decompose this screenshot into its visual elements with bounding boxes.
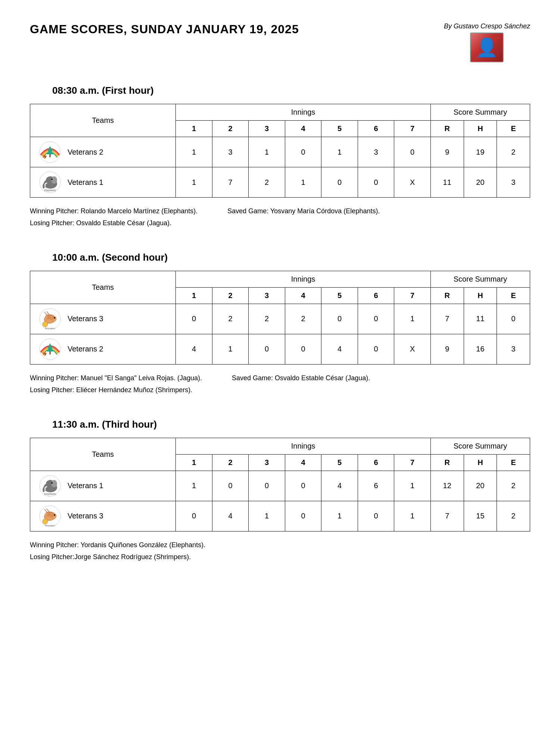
team-name: Veterans 3	[68, 512, 103, 520]
svg-text:🦅: 🦅	[43, 155, 47, 159]
inning-6-header: 6	[358, 121, 394, 137]
inning-4-value: 0	[285, 334, 321, 364]
author-section: By Gustavo Crespo Sánchez	[444, 22, 530, 62]
saved-game: Saved Game: Yosvany María Córdova (Eleph…	[227, 205, 380, 217]
svg-text:Elephants: Elephants	[44, 493, 56, 496]
svg-rect-3	[49, 154, 51, 157]
innings-header: Innings	[176, 271, 431, 287]
team-name: Veterans 2	[68, 148, 103, 156]
e-header: E	[497, 287, 530, 304]
inning-5-value: 1	[321, 501, 358, 531]
svg-rect-21	[49, 351, 51, 354]
inning-6-value: 3	[358, 137, 394, 167]
game-section-3: 11:30 a.m. (Third hour) Teams Innings Sc…	[30, 419, 530, 563]
team-row-1: Shrimpers Veterans 3 0222001 7 11 0	[30, 304, 530, 334]
author-photo-image	[471, 33, 503, 62]
game-section-2: 10:00 a.m. (Second hour) Teams Innings S…	[30, 252, 530, 396]
games-container: 08:30 a.m. (First hour) Teams Innings Sc…	[30, 85, 530, 563]
team-row-2: 🦅 Veterans 2 410040X 9 16 3	[30, 334, 530, 364]
inning-3-value: 0	[249, 334, 285, 364]
e-value: 2	[497, 501, 530, 531]
pitcher-info-3: Winning Pitcher: Yordanis Quiñones Gonzá…	[30, 539, 530, 563]
svg-point-27	[51, 480, 57, 487]
team-row-1: 🦅 Veterans 2 1310130 9 19 2	[30, 137, 530, 167]
inning-1-value: 0	[176, 304, 212, 334]
teams-header: Teams	[30, 271, 176, 304]
h-header: H	[464, 454, 497, 471]
inning-5-header: 5	[321, 454, 358, 471]
winning-pitcher: Winning Pitcher: Yordanis Quiñones Gonzá…	[30, 539, 530, 551]
r-header: R	[430, 454, 464, 471]
svg-point-16	[43, 322, 48, 327]
inning-2-header: 2	[212, 454, 249, 471]
jagua-logo: 🦅	[37, 141, 63, 163]
team-cell: Elephants Veterans 1	[30, 167, 176, 198]
r-header: R	[430, 287, 464, 304]
h-value: 19	[464, 137, 497, 167]
inning-3-value: 2	[249, 304, 285, 334]
inning-3-header: 3	[249, 287, 285, 304]
losing-pitcher: Losing Pitcher: Eliécer Hernández Muñoz …	[30, 384, 530, 396]
r-header: R	[430, 121, 464, 137]
pitcher-info-1: Winning Pitcher: Rolando Marcelo Martíne…	[30, 205, 530, 229]
r-value: 9	[430, 334, 464, 364]
table-header-row-1: Teams Innings Score Summary	[30, 438, 530, 454]
inning-1-value: 1	[176, 137, 212, 167]
inning-1-value: 1	[176, 167, 212, 198]
saved-game: Saved Game: Osvaldo Estable César (Jagua…	[232, 372, 370, 384]
inning-6-header: 6	[358, 287, 394, 304]
inning-3-header: 3	[249, 121, 285, 137]
winning-pitcher: Winning Pitcher: Manuel "El Sanga" Leiva…	[30, 372, 202, 384]
svg-text:Shrimpers: Shrimpers	[45, 327, 55, 329]
inning-5-header: 5	[321, 121, 358, 137]
svg-text:Shrimpers: Shrimpers	[45, 524, 55, 527]
summary-header: Score Summary	[430, 438, 530, 454]
inning-5-value: 1	[321, 137, 358, 167]
losing-pitcher: Losing Pitcher:Jorge Sánchez Rodríguez (…	[30, 551, 530, 563]
inning-1-value: 4	[176, 334, 212, 364]
team-cell: Shrimpers Veterans 3	[30, 304, 176, 334]
h-value: 20	[464, 167, 497, 198]
inning-4-header: 4	[285, 121, 321, 137]
table-header-row-1: Teams Innings Score Summary	[30, 271, 530, 287]
elephants-logo: Elephants	[37, 171, 63, 193]
team-row-2: Shrimpers Veterans 3 0410101 7 15 2	[30, 501, 530, 531]
inning-2-header: 2	[212, 121, 249, 137]
inning-1-header: 1	[176, 287, 212, 304]
inning-6-header: 6	[358, 454, 394, 471]
inning-2-value: 2	[212, 304, 249, 334]
h-value: 20	[464, 471, 497, 501]
svg-point-15	[54, 317, 55, 319]
pitcher-row-1: Winning Pitcher: Manuel "El Sanga" Leiva…	[30, 372, 530, 384]
inning-4-value: 0	[285, 471, 321, 501]
summary-header: Score Summary	[430, 271, 530, 287]
svg-point-10	[51, 179, 53, 180]
r-value: 12	[430, 471, 464, 501]
h-header: H	[464, 287, 497, 304]
inning-3-value: 0	[249, 471, 285, 501]
winning-pitcher: Winning Pitcher: Rolando Marcelo Martíne…	[30, 205, 197, 217]
inning-6-value: 0	[358, 304, 394, 334]
inning-7-header: 7	[394, 121, 431, 137]
r-value: 11	[430, 167, 464, 198]
team-name: Veterans 1	[68, 178, 103, 187]
svg-point-9	[51, 176, 57, 184]
inning-5-value: 0	[321, 304, 358, 334]
score-table-3: Teams Innings Score Summary 1 2 3 4 5 6 …	[30, 438, 530, 531]
inning-4-value: 0	[285, 137, 321, 167]
h-value: 11	[464, 304, 497, 334]
team-row-1: Elephants Veterans 1 1000461 12 20 2	[30, 471, 530, 501]
e-header: E	[497, 121, 530, 137]
game-time-2: 10:00 a.m. (Second hour)	[52, 252, 530, 263]
inning-6-value: 0	[358, 501, 394, 531]
losing-pitcher: Losing Pitcher: Osvaldo Estable César (J…	[30, 217, 530, 229]
svg-point-28	[51, 482, 53, 484]
teams-header: Teams	[30, 104, 176, 137]
r-value: 9	[430, 137, 464, 167]
team-cell: Shrimpers Veterans 3	[30, 501, 176, 531]
svg-point-34	[43, 519, 48, 524]
inning-4-header: 4	[285, 454, 321, 471]
inning-1-value: 0	[176, 501, 212, 531]
inning-6-value: 0	[358, 334, 394, 364]
table-header-row-1: Teams Innings Score Summary	[30, 104, 530, 121]
